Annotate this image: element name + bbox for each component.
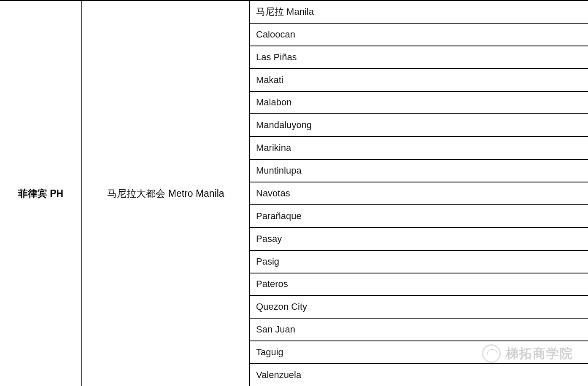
table-row: Pateros xyxy=(250,273,588,296)
table-row: Caloocan xyxy=(250,24,588,46)
city-label: Pasig xyxy=(256,256,279,267)
country-label: 菲律宾 PH xyxy=(18,187,63,200)
city-label: Mandaluyong xyxy=(256,120,312,131)
table-row: 马尼拉 Manila xyxy=(250,1,588,24)
city-label: Marikina xyxy=(256,142,291,153)
city-label: Malabon xyxy=(256,97,291,108)
table-row: Quezon City xyxy=(250,296,588,319)
table-row: Mandaluyong xyxy=(250,114,588,137)
city-label: Parañaque xyxy=(256,211,302,222)
city-label: San Juan xyxy=(256,324,295,335)
table-row: Makati xyxy=(250,69,588,92)
table-row: Parañaque xyxy=(250,205,588,228)
city-label: Pateros xyxy=(256,279,288,290)
city-label: Navotas xyxy=(256,188,290,199)
table-row: Malabon xyxy=(250,92,588,115)
table-row: Valenzuela xyxy=(250,364,588,386)
city-label: Taguig xyxy=(256,347,283,358)
city-label: Quezon City xyxy=(256,301,307,312)
table-row: Muntinlupa xyxy=(250,160,588,182)
country-cell: 菲律宾 PH xyxy=(0,1,82,386)
cities-column: 马尼拉 Manila Caloocan Las Piñas Makati Mal… xyxy=(250,1,588,386)
region-cell: 马尼拉大都会 Metro Manila xyxy=(82,1,250,386)
table-row: Marikina xyxy=(250,137,588,160)
table-row: Taguig xyxy=(250,341,588,364)
city-label: Valenzuela xyxy=(256,370,301,381)
city-label: Las Piñas xyxy=(256,52,297,63)
table-row: Pasig xyxy=(250,251,588,273)
table-row: San Juan xyxy=(250,319,588,341)
city-label: Makati xyxy=(256,75,283,86)
city-label: 马尼拉 Manila xyxy=(256,5,314,18)
city-label: Muntinlupa xyxy=(256,165,302,176)
region-label: 马尼拉大都会 Metro Manila xyxy=(107,187,224,200)
region-table: 菲律宾 PH 马尼拉大都会 Metro Manila 马尼拉 Manila Ca… xyxy=(0,0,588,386)
table-row: Navotas xyxy=(250,182,588,205)
city-label: Caloocan xyxy=(256,29,295,40)
table-row: Las Piñas xyxy=(250,46,588,69)
city-label: Pasay xyxy=(256,233,282,244)
table-row: Pasay xyxy=(250,228,588,251)
